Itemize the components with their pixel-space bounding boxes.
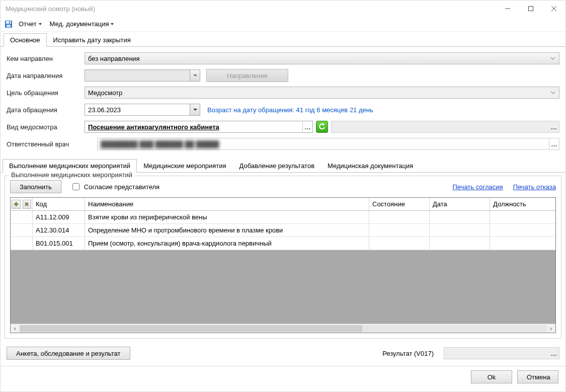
survey-button[interactable]: Анкета, обследование и результат — [7, 347, 130, 360]
result-label: Результат (V017) — [382, 350, 434, 357]
subtab-add-results[interactable]: Добавление результатов — [233, 159, 321, 173]
grid-body: A11.12.009 Взятие крови из периферическо… — [11, 211, 555, 324]
group-toolbar: Заполнить Согласие представителя Печать … — [10, 180, 556, 193]
subtab-execution[interactable]: Выполнение медицинских мероприятий — [3, 159, 137, 173]
ellipsis-icon[interactable]: … — [302, 121, 312, 132]
cell-state — [369, 224, 430, 237]
maximize-button[interactable] — [519, 1, 542, 17]
row-selector[interactable] — [11, 224, 33, 237]
titlebar: Медицинский осмотр (новый) — [1, 1, 565, 17]
consent-checkbox[interactable]: Согласие представителя — [70, 182, 159, 192]
cancel-button[interactable]: Отмена — [517, 370, 558, 383]
input-doctor[interactable]: ████████ ███ ██████ ██ █████ … — [97, 138, 559, 150]
calendar-dropdown-icon[interactable] — [190, 104, 200, 115]
consent-checkbox-input[interactable] — [72, 183, 79, 190]
ellipsis-icon[interactable]: … — [549, 138, 559, 149]
label-exam-type: Вид медосмотра — [7, 123, 85, 131]
subtab-activities[interactable]: Медицинские мероприятия — [137, 159, 232, 173]
link-print-consent[interactable]: Печать согласия — [452, 183, 503, 191]
svg-rect-4 — [9, 21, 10, 23]
ellipsis-icon[interactable]: … — [549, 121, 559, 132]
refresh-button[interactable] — [316, 121, 328, 133]
ok-button[interactable]: Ok — [471, 370, 512, 383]
cell-role — [490, 211, 555, 223]
close-button[interactable] — [542, 1, 565, 17]
chevron-down-icon — [549, 54, 557, 62]
table-row[interactable]: A12.30.014 Определение МНО и протромбино… — [11, 224, 555, 237]
cell-code: B01.015.001 — [33, 237, 85, 250]
scroll-left-icon[interactable]: ‹ — [11, 325, 20, 332]
tab-fix-close-date[interactable]: Исправить дату закрытия — [47, 33, 137, 47]
label-visit-date: Дата обращения — [7, 106, 85, 114]
combo-purpose[interactable]: Медосмотр — [85, 87, 559, 99]
menu-report[interactable]: Отчет — [17, 19, 44, 29]
cell-date — [430, 211, 490, 223]
label-referral-date: Дата направления — [7, 72, 85, 80]
row-selector[interactable] — [11, 211, 33, 223]
label-referred-by: Кем направлен — [7, 55, 85, 62]
fill-button[interactable]: Заполнить — [10, 180, 61, 193]
grid-header-role[interactable]: Должность — [490, 198, 555, 210]
result-input[interactable]: … — [444, 347, 559, 359]
input-exam-type[interactable]: Посещение антикоагулянтного кабинета … — [85, 121, 313, 133]
scroll-thumb[interactable] — [20, 325, 362, 332]
sub-tabbar: Выполнение медицинских мероприятий Медиц… — [1, 159, 565, 173]
cell-name: Прием (осмотр, консультация) врача-карди… — [85, 237, 369, 250]
scroll-right-icon[interactable]: › — [546, 325, 555, 332]
input-doctor-value: ████████ ███ ██████ ██ █████ — [101, 140, 219, 148]
svg-rect-0 — [529, 7, 533, 11]
cell-date — [430, 237, 490, 250]
chevron-down-icon — [39, 23, 42, 25]
dialog-footer: Ok Отмена — [1, 366, 565, 387]
form-area: Кем направлен без направления Дата напра… — [1, 47, 565, 159]
group-title: Выполнение медицинских мероприятий — [9, 171, 134, 179]
tab-main[interactable]: Основное — [4, 33, 47, 47]
calendar-dropdown-icon — [190, 70, 200, 81]
cell-date — [430, 224, 490, 237]
cell-code: A11.12.009 — [33, 211, 85, 223]
input-referral-date[interactable] — [85, 69, 200, 82]
cell-role — [490, 224, 555, 237]
minimize-icon — [505, 6, 510, 11]
svg-rect-2 — [6, 21, 11, 24]
ellipsis-icon[interactable]: … — [549, 348, 559, 359]
cell-code: A12.30.014 — [33, 224, 85, 237]
exam-type-readonly: … — [331, 121, 559, 133]
window-controls — [496, 1, 565, 17]
consent-checkbox-label: Согласие представителя — [84, 183, 159, 191]
chevron-down-icon — [549, 89, 557, 97]
grid-header-date[interactable]: Дата — [430, 198, 490, 210]
cell-name: Взятие крови из периферической вены — [85, 211, 369, 223]
row-selector[interactable] — [11, 237, 33, 250]
age-hint: Возраст на дату обращения: 41 год 6 меся… — [207, 106, 373, 114]
table-row[interactable]: A11.12.009 Взятие крови из периферическо… — [11, 211, 555, 224]
window: Медицинский осмотр (новый) Отчет — [0, 0, 566, 392]
link-print-refusal[interactable]: Печать отказа — [513, 183, 556, 191]
horizontal-scrollbar[interactable]: ‹ › — [11, 324, 555, 333]
window-title: Медицинский осмотр (новый) — [6, 5, 95, 13]
menu-meddoc-label: Мед. документация — [50, 20, 109, 28]
label-purpose: Цель обращения — [7, 89, 85, 97]
chevron-down-icon — [111, 23, 114, 25]
scroll-track[interactable] — [20, 325, 546, 332]
group-execution: Выполнение медицинских мероприятий Запол… — [5, 176, 561, 339]
table-row[interactable]: B01.015.001 Прием (осмотр, консультация)… — [11, 237, 555, 250]
combo-referred-by[interactable]: без направления — [85, 52, 559, 64]
grid-header-state[interactable]: Состояние — [369, 198, 430, 210]
menu-meddoc[interactable]: Мед. документация — [48, 19, 116, 29]
bottom-bar: Анкета, обследование и результат Результ… — [1, 344, 565, 366]
save-button[interactable] — [5, 20, 13, 28]
grid-header-name[interactable]: Наименование — [85, 198, 369, 210]
grid-header-controls: ✚ ✖ — [11, 198, 33, 210]
cell-name: Определение МНО и протромбинового времен… — [85, 224, 369, 237]
refresh-icon — [318, 123, 326, 130]
subtab-med-docs[interactable]: Медицинская документация — [321, 159, 420, 173]
activities-grid: ✚ ✖ Код Наименование Состояние Дата Долж… — [10, 197, 556, 333]
grid-header: ✚ ✖ Код Наименование Состояние Дата Долж… — [11, 198, 555, 211]
input-visit-date[interactable]: 23.06.2023 — [85, 104, 200, 116]
add-row-button[interactable]: ✚ — [12, 200, 21, 209]
button-referral[interactable]: Направление — [206, 69, 288, 82]
grid-header-code[interactable]: Код — [33, 198, 85, 210]
minimize-button[interactable] — [496, 1, 519, 17]
delete-row-button[interactable]: ✖ — [23, 200, 32, 209]
